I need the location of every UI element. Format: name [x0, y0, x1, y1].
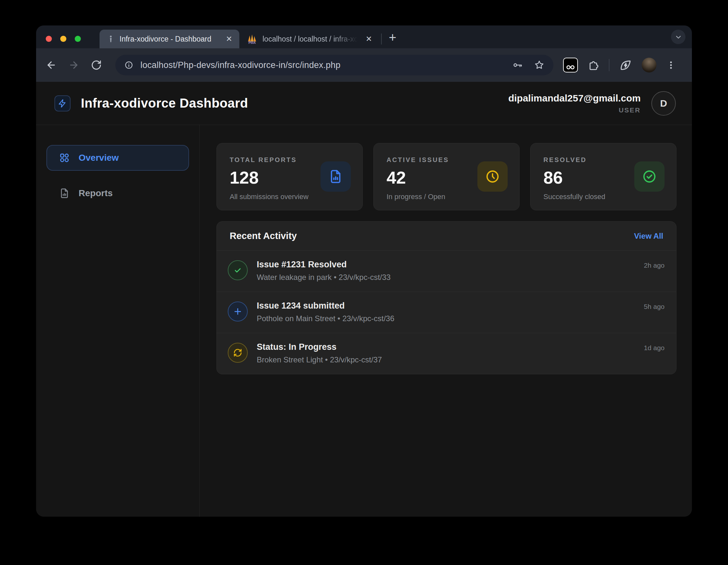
- page-title: Infra-xodivorce Dashboard: [81, 96, 248, 110]
- tab-title: localhost / localhost / infra-xo: [263, 35, 360, 43]
- screenshot-extension-icon[interactable]: [563, 58, 578, 72]
- activity-title: Issue #1231 Resolved: [257, 260, 391, 270]
- sidebar: Overview Reports: [36, 125, 200, 517]
- activity-row[interactable]: Status: In Progress Broken Street Light …: [217, 333, 676, 374]
- chevron-down-icon: [675, 33, 682, 41]
- toolbar-separator: [609, 59, 609, 71]
- stat-caption: In progress / Open: [387, 193, 506, 201]
- window-controls: [46, 36, 81, 42]
- tab-title: Infra-xodivorce - Dashboard: [120, 35, 221, 43]
- clock-icon: [477, 161, 508, 192]
- browser-window: Infra-xodivorce - Dashboard ✕ PMA localh…: [36, 25, 692, 517]
- url-text: localhost/Php-devs/infra-xodivorce-in/sr…: [140, 60, 502, 70]
- tab-separator: [381, 34, 382, 44]
- avatar[interactable]: D: [651, 91, 676, 116]
- close-tab-icon[interactable]: ✕: [366, 35, 372, 43]
- recent-activity-panel: Recent Activity View All Issue #1231 Res…: [216, 221, 676, 374]
- address-bar[interactable]: localhost/Php-devs/infra-xodivorce-in/sr…: [115, 55, 553, 75]
- panel-title: Recent Activity: [230, 231, 297, 241]
- stat-card-total-reports: TOTAL REPORTS 128 All submissions overvi…: [216, 143, 363, 210]
- activity-subtitle: Pothole on Main Street • 23/v/kpc-cst/36: [257, 314, 394, 323]
- phpmyadmin-favicon: PMA: [247, 34, 257, 44]
- document-chart-icon: [59, 188, 70, 198]
- lightning-bolt-icon: [58, 99, 67, 108]
- sidebar-item-reports[interactable]: Reports: [46, 180, 189, 206]
- activity-time: 2h ago: [644, 259, 665, 269]
- activity-row[interactable]: Issue #1231 Resolved Water leakage in pa…: [217, 251, 676, 292]
- forward-button[interactable]: [68, 60, 79, 71]
- check-icon: [228, 260, 248, 280]
- tab-dashboard[interactable]: Infra-xodivorce - Dashboard ✕: [100, 30, 239, 48]
- refresh-icon: [228, 343, 248, 363]
- arrow-left-icon: [46, 60, 57, 71]
- plus-icon: [228, 302, 248, 321]
- activity-time: 5h ago: [644, 300, 665, 311]
- dashboard-page: Infra-xodivorce Dashboard dipalimandal25…: [36, 82, 692, 517]
- user-role-badge: USER: [619, 106, 641, 114]
- back-button[interactable]: [46, 60, 57, 71]
- fullscreen-window-button[interactable]: [75, 36, 81, 42]
- grid-icon: [59, 153, 70, 163]
- sidebar-item-label: Reports: [79, 188, 113, 198]
- minimize-window-button[interactable]: [60, 36, 66, 42]
- panel-header: Recent Activity View All: [217, 222, 676, 251]
- browser-menu-icon[interactable]: [666, 60, 676, 70]
- browser-profile-avatar[interactable]: [642, 58, 656, 72]
- stat-card-active-issues: ACTIVE ISSUES 42 In progress / Open: [373, 143, 520, 210]
- view-all-link[interactable]: View All: [634, 232, 663, 241]
- svg-text:PMA: PMA: [248, 41, 255, 44]
- user-info: dipalimandal257@gmail.com USER: [508, 93, 641, 114]
- close-tab-icon[interactable]: ✕: [226, 35, 232, 43]
- extensions-puzzle-icon[interactable]: [588, 59, 599, 71]
- reload-icon: [91, 60, 102, 71]
- main-content: TOTAL REPORTS 128 All submissions overvi…: [200, 125, 692, 517]
- toolbar-actions: [563, 58, 676, 72]
- activity-subtitle: Water leakage in park • 23/v/kpc-cst/33: [257, 273, 391, 282]
- tabs: Infra-xodivorce - Dashboard ✕ PMA localh…: [100, 30, 379, 48]
- stat-card-resolved: RESOLVED 86 Successfully closed: [530, 143, 676, 210]
- performance-leaf-icon[interactable]: [619, 59, 632, 72]
- activity-title: Status: In Progress: [257, 342, 382, 352]
- browser-toolbar: localhost/Php-devs/infra-xodivorce-in/sr…: [36, 48, 692, 82]
- tab-phpmyadmin[interactable]: PMA localhost / localhost / infra-xo ✕: [239, 30, 379, 48]
- stat-caption: All submissions overview: [230, 193, 350, 201]
- activity-row[interactable]: Issue 1234 submitted Pothole on Main Str…: [217, 292, 676, 333]
- password-key-icon[interactable]: [513, 60, 523, 70]
- user-email: dipalimandal257@gmail.com: [508, 93, 641, 104]
- stat-caption: Successfully closed: [543, 193, 663, 201]
- sidebar-item-overview[interactable]: Overview: [46, 145, 189, 171]
- sidebar-item-label: Overview: [79, 153, 119, 163]
- new-tab-button[interactable]: +: [389, 31, 396, 44]
- reload-button[interactable]: [91, 60, 102, 71]
- arrow-right-icon: [68, 60, 79, 71]
- document-chart-icon: [321, 161, 351, 192]
- activity-title: Issue 1234 submitted: [257, 301, 394, 311]
- close-window-button[interactable]: [46, 36, 52, 42]
- page-header: Infra-xodivorce Dashboard dipalimandal25…: [36, 82, 692, 125]
- check-circle-icon: [634, 161, 665, 192]
- app-logo: [54, 95, 71, 111]
- site-info-icon[interactable]: [124, 61, 133, 70]
- site-favicon: [107, 35, 114, 43]
- activity-subtitle: Broken Street Light • 23/v/kpc-cst/37: [257, 355, 382, 364]
- bookmark-star-icon[interactable]: [534, 60, 544, 70]
- activity-time: 1d ago: [644, 341, 665, 352]
- stat-cards: TOTAL REPORTS 128 All submissions overvi…: [216, 143, 676, 210]
- tab-bar: Infra-xodivorce - Dashboard ✕ PMA localh…: [36, 25, 692, 48]
- tab-search-chevron-button[interactable]: [671, 30, 685, 44]
